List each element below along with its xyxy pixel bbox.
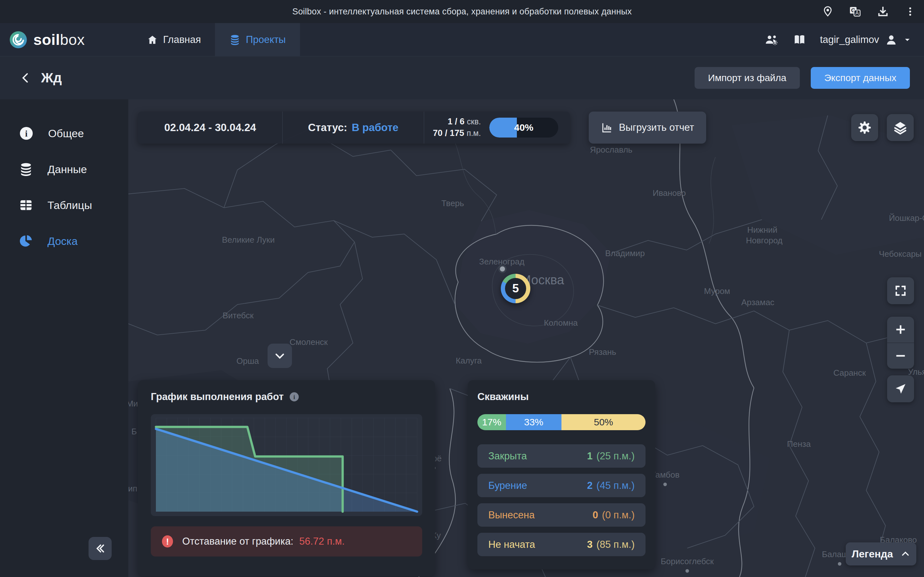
map-city-label: Новгород (746, 235, 782, 245)
nav-item-label: Проекты (246, 34, 286, 45)
project-title: Жд (41, 70, 62, 85)
wells-status-row[interactable]: Вынесена0(0 п.м.) (477, 503, 646, 527)
map-city-label: Саранск (833, 368, 866, 378)
well-cluster-marker[interactable]: 5 (501, 274, 530, 303)
back-button[interactable] (17, 69, 35, 87)
progress-bar: 40% (489, 118, 558, 137)
info-icon: i (19, 126, 34, 141)
brand[interactable]: soilbox (0, 23, 85, 56)
wells-status-row[interactable]: Не начата3(85 п.м.) (477, 533, 646, 556)
well-status-label: Закрыта (488, 450, 527, 462)
user-management-icon[interactable] (764, 33, 779, 46)
map-fullscreen-button[interactable] (887, 277, 914, 304)
status-value: В работе (352, 121, 399, 134)
well-status-label: Вынесена (488, 509, 535, 521)
zoom-in-button[interactable] (887, 317, 914, 343)
kebab-menu-icon[interactable] (905, 6, 916, 17)
titlebar: Soilbox - интеллектуальная система сбора… (0, 0, 924, 23)
wells-status-row[interactable]: Бурение2(45 п.м.) (477, 474, 646, 497)
map-city-label: Рязань (589, 347, 616, 357)
sidebar-item-board[interactable]: Доска (0, 223, 128, 259)
panel-title: График выполнения работ i (151, 391, 422, 403)
alert-label: Отставание от графика: (182, 536, 293, 547)
project-status-bar: 02.04.24 - 30.04.24 Статус: В работе 1 /… (138, 111, 570, 143)
location-pin-icon[interactable] (822, 6, 834, 17)
home-icon (147, 34, 158, 45)
map-layers-button[interactable] (887, 114, 914, 141)
map-settings-button[interactable] (851, 114, 878, 141)
wells-status-rows: Закрыта1(25 п.м.)Бурение2(45 п.м.)Вынесе… (477, 444, 646, 556)
double-chevron-left-icon (94, 543, 106, 554)
sidebar: i Общее Данные Таблицы Доска (0, 99, 128, 577)
wells-panel: Скважины 17%33%50% Закрыта1(25 п.м.)Буре… (468, 380, 655, 569)
legend-button[interactable]: Легенда (846, 542, 916, 566)
sidebar-collapse-button[interactable] (89, 537, 111, 560)
wells-status-row[interactable]: Закрыта1(25 п.м.) (477, 444, 646, 468)
sidebar-item-data[interactable]: Данные (0, 151, 128, 187)
info-icon[interactable]: i (289, 392, 300, 402)
map-city-label: Коломна (544, 318, 578, 328)
map-city-label: Владимир (605, 248, 645, 258)
svg-text:A: A (855, 10, 859, 16)
map-city-label: Витебск (223, 311, 254, 321)
map-locate-button[interactable] (887, 376, 914, 402)
map-city-dot (838, 562, 842, 566)
download-icon[interactable] (877, 5, 889, 18)
export-report-button[interactable]: Выгрузить отчет (589, 111, 706, 143)
minus-icon (894, 350, 907, 362)
fullscreen-icon (894, 284, 907, 297)
wells-bar-segment: 33% (506, 414, 561, 430)
user-menu[interactable]: tagir_galimov (820, 33, 911, 46)
map-canvas[interactable]: ЯрославльИвановоНижнийНовгородЙошкар-ОлЧ… (128, 99, 924, 577)
import-button[interactable]: Импорт из файла (695, 67, 800, 89)
map-zoom-controls (887, 317, 914, 369)
app-title: Soilbox - интеллектуальная система сбора… (292, 7, 632, 17)
soilbox-logo-icon (9, 31, 27, 49)
well-status-value: 1(25 п.м.) (587, 450, 635, 462)
table-icon (19, 198, 33, 213)
sidebar-item-tables[interactable]: Таблицы (0, 187, 128, 223)
well-status-label: Бурение (488, 480, 527, 492)
well-status-value: 2(45 п.м.) (587, 480, 635, 492)
translate-icon[interactable]: GA (849, 5, 861, 18)
map-city-label: Калуга (456, 356, 481, 366)
export-button[interactable]: Экспорт данных (811, 67, 910, 89)
map-city-label: Чебоксары (879, 249, 921, 259)
wells-distribution-bar: 17%33%50% (477, 414, 646, 430)
nav-item-projects[interactable]: Проекты (215, 23, 300, 56)
chevron-down-icon (903, 36, 911, 44)
map-city-label: Йошкар-Ол (889, 213, 924, 223)
map-city-label: Арзамас (741, 298, 774, 308)
map-city-label: Нижний (747, 225, 777, 235)
well-status-value: 0(0 п.м.) (593, 509, 635, 521)
collapse-panels-button[interactable] (268, 343, 292, 368)
brand-text: soilbox (33, 31, 85, 48)
well-marker[interactable] (498, 265, 507, 273)
chevron-left-icon (19, 72, 32, 84)
pie-chart-icon (19, 234, 33, 248)
exclamation-icon: ! (160, 534, 174, 548)
chevron-up-icon (901, 549, 910, 559)
layers-icon (893, 121, 907, 135)
map-city-label: лип (128, 484, 137, 494)
alert-value: 56.72 п.м. (299, 536, 345, 547)
schedule-lag-alert: ! Отставание от графика: 56.72 п.м. (151, 526, 422, 556)
nav-item-label: Главная (163, 34, 201, 45)
well-counts: 1 / 6 скв. 70 / 175 п.м. (433, 116, 481, 139)
map-city-label: Великие Луки (222, 235, 275, 245)
sidebar-item-general[interactable]: i Общее (0, 115, 128, 151)
bar-chart-icon (601, 122, 612, 133)
chevron-down-icon (274, 350, 286, 362)
zoom-out-button[interactable] (887, 343, 914, 369)
app-root: Soilbox - интеллектуальная система сбора… (0, 0, 924, 577)
user-avatar-icon (885, 33, 898, 46)
svg-text:i: i (294, 394, 295, 400)
status: Статус: В работе (282, 111, 424, 143)
progress-percent: 40% (489, 118, 558, 137)
gear-icon (858, 121, 872, 135)
svg-text:!: ! (166, 537, 169, 546)
nav-item-home[interactable]: Главная (133, 23, 215, 56)
map-city-label: Борисоглебск (661, 556, 714, 566)
docs-book-icon[interactable] (793, 33, 806, 46)
map-city-label: Смоленск (290, 337, 328, 347)
